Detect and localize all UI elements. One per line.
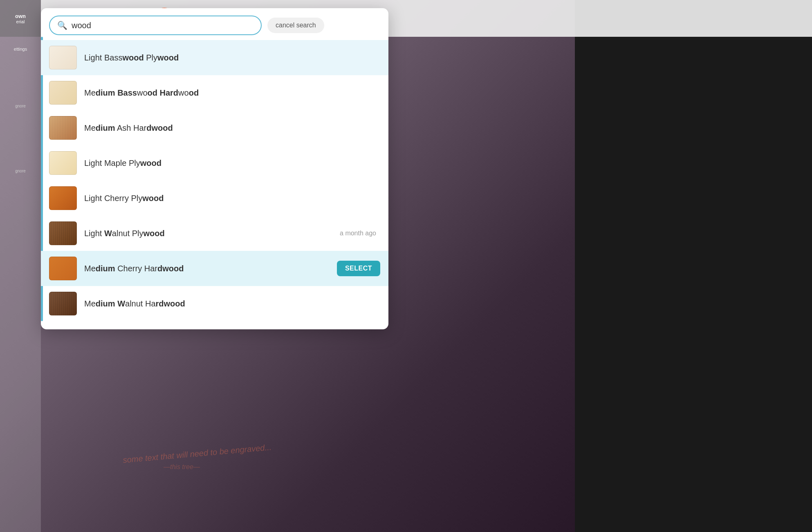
sidebar-item-ignore2[interactable]: gnore	[4, 166, 37, 176]
settings-label: ettings	[7, 47, 34, 51]
material-name: Medium Walnut Hardwood	[84, 299, 380, 308]
search-icon: 🔍	[57, 20, 67, 30]
material-swatch	[49, 292, 77, 315]
search-bar-area: 🔍 cancel search	[41, 8, 388, 40]
material-name: Light Walnut Plywood	[84, 229, 332, 238]
list-item[interactable]: Medium Cherry Hardwood SELECT	[41, 251, 388, 286]
material-timestamp: a month ago	[340, 230, 376, 237]
material-name: Light Basswood Plywood	[84, 53, 380, 63]
material-name: Light Maple Plywood	[84, 159, 380, 168]
material-swatch	[49, 81, 77, 105]
search-input[interactable]	[72, 21, 253, 30]
ignore1-label: gnore	[7, 104, 34, 108]
list-item[interactable]: Medium Basswood Hardwood	[41, 75, 388, 110]
sidebar-item-ignore1[interactable]: gnore	[4, 101, 37, 111]
sidebar-item-settings[interactable]: ettings	[4, 44, 37, 54]
list-item[interactable]: Medium Walnut Hardwood	[41, 286, 388, 321]
list-item[interactable]: Light Maple Plywood	[41, 145, 388, 181]
material-swatch	[49, 186, 77, 210]
left-sidebar: ettings gnore gnore	[0, 0, 41, 532]
material-swatch	[49, 221, 77, 245]
list-item[interactable]: Light Walnut Plywood a month ago	[41, 216, 388, 251]
list-item[interactable]: Light Cherry Plywood	[41, 181, 388, 216]
list-item[interactable]: Light Basswood Plywood	[41, 40, 388, 75]
select-material-button[interactable]: SELECT	[337, 261, 380, 276]
ignore2-label: gnore	[7, 169, 34, 173]
material-name: Light Cherry Plywood	[84, 194, 380, 203]
material-name: Medium Ash Hardwood	[84, 123, 380, 133]
cancel-search-button[interactable]: cancel search	[267, 18, 324, 33]
material-name: Medium Basswood Hardwood	[84, 88, 380, 98]
material-swatch	[49, 151, 77, 175]
material-swatch	[49, 257, 77, 280]
search-input-wrapper[interactable]: 🔍	[49, 16, 262, 35]
material-swatch	[49, 116, 77, 140]
list-item[interactable]: Medium Ash Hardwood	[41, 110, 388, 145]
material-swatch	[49, 46, 77, 69]
right-panel	[575, 0, 812, 532]
material-list: Light Basswood Plywood Medium Basswood H…	[41, 40, 388, 321]
material-name: Medium Cherry Hardwood	[84, 264, 330, 273]
search-dropdown: 🔍 cancel search Light Basswood Plywood M…	[41, 8, 388, 329]
